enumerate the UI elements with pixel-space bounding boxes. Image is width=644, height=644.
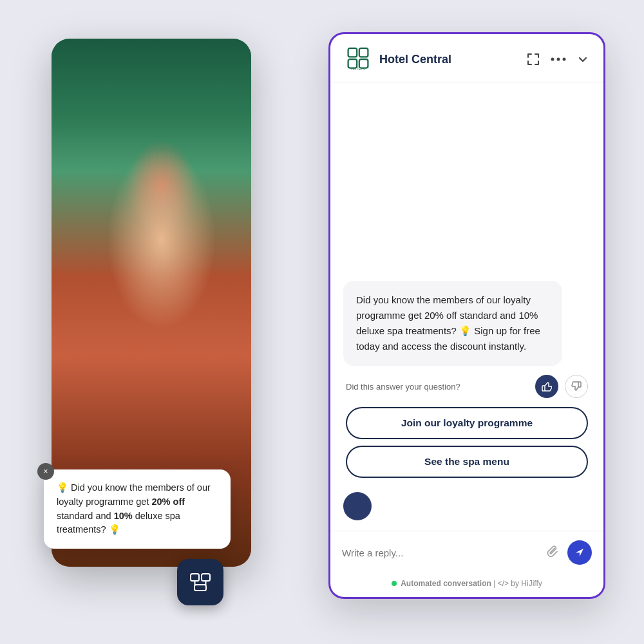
online-indicator: [392, 581, 397, 586]
svg-rect-1: [202, 574, 210, 581]
user-avatar-dot: [343, 492, 372, 520]
svg-rect-4: [194, 585, 206, 591]
svg-rect-5: [348, 48, 357, 57]
chat-header: HOTELS Hotel Central: [330, 34, 603, 82]
feedback-row: Did this answer your question?: [343, 375, 591, 398]
chat-fab-button[interactable]: [177, 559, 223, 605]
see-spa-menu-button[interactable]: See the spa menu: [346, 446, 588, 478]
send-button[interactable]: [567, 540, 592, 565]
svg-point-12: [563, 58, 566, 61]
close-notification-button[interactable]: ×: [37, 463, 54, 480]
notification-bubble: × 💡 Did you know the members of our loya…: [44, 469, 231, 549]
scene: × 💡 Did you know the members of our loya…: [0, 0, 644, 644]
branding-text: Automated conversation | </> by HiJiffy: [401, 579, 542, 588]
action-buttons: Join our loyalty programme See the spa m…: [343, 407, 591, 478]
chat-fab-icon: [189, 571, 212, 594]
reply-input-row: [330, 531, 603, 574]
minimize-button[interactable]: [576, 53, 589, 66]
feedback-question: Did this answer your question?: [346, 382, 529, 392]
conversations-area: Did you know the members of our loyalty …: [343, 281, 591, 478]
svg-text:HOTELS: HOTELS: [351, 67, 365, 71]
expand-button[interactable]: [526, 52, 540, 66]
notification-text: 💡 Did you know the members of our loyalt…: [57, 481, 218, 537]
thumbs-down-button[interactable]: [565, 375, 588, 398]
header-icons: [526, 52, 589, 66]
chat-branding: Automated conversation | </> by HiJiffy: [330, 574, 603, 597]
thumbs-up-button[interactable]: [535, 375, 558, 398]
more-options-button[interactable]: [551, 56, 566, 62]
chat-widget: HOTELS Hotel Central: [328, 32, 605, 599]
hotel-name-label: Hotel Central: [379, 53, 518, 66]
chat-body: Did you know the members of our loyalty …: [330, 82, 603, 531]
svg-rect-0: [191, 574, 199, 581]
svg-point-10: [551, 58, 554, 61]
reply-input[interactable]: [342, 547, 539, 558]
chat-footer: Automated conversation | </> by HiJiffy: [330, 531, 603, 597]
hotel-logo: HOTELS: [345, 46, 372, 73]
bot-message-bubble: Did you know the members of our loyalty …: [343, 281, 562, 366]
svg-point-11: [557, 58, 560, 61]
attach-icon[interactable]: [547, 545, 560, 561]
join-loyalty-button[interactable]: Join our loyalty programme: [346, 407, 588, 439]
svg-rect-6: [359, 48, 368, 57]
